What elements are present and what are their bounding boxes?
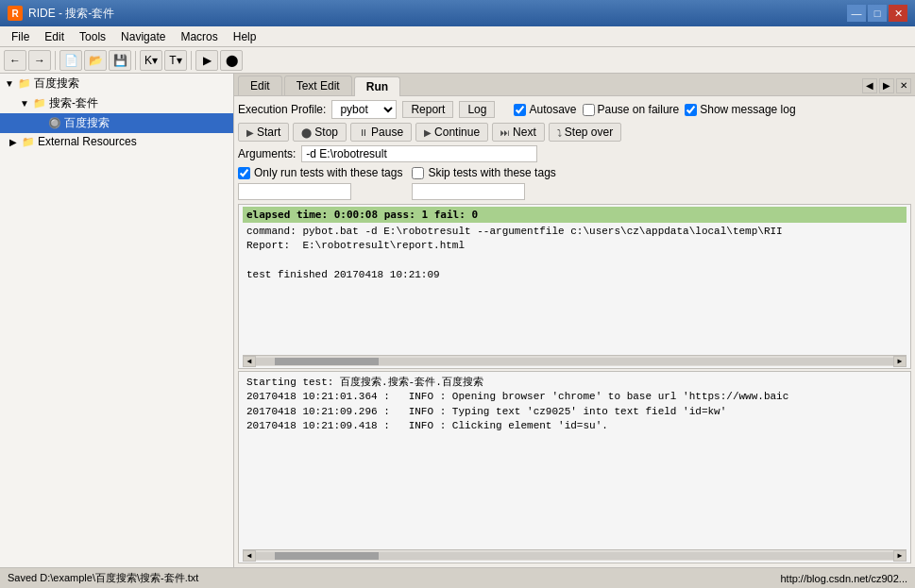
exec-profile-select[interactable]: pybot jybot custom	[331, 100, 397, 119]
show-log-checkbox-group: Show message log	[685, 103, 795, 116]
pause-label: Pause on failure	[598, 103, 680, 116]
tree-expand-root[interactable]: ▼	[4, 78, 15, 89]
tree-label-suite: 搜索-套件	[49, 95, 98, 111]
tree-item-root[interactable]: ▼ 📁 百度搜索	[0, 74, 233, 93]
scroll-track-top	[256, 358, 893, 365]
tree-label-root: 百度搜索	[34, 76, 79, 92]
toolbar-forward[interactable]: →	[28, 50, 51, 71]
only-run-checkbox[interactable]	[238, 167, 250, 179]
menu-edit[interactable]: Edit	[37, 28, 72, 45]
only-run-tag-group: Only run tests with these tags	[238, 166, 402, 200]
menu-navigate[interactable]: Navigate	[113, 28, 173, 45]
only-run-input[interactable]	[238, 183, 351, 200]
skip-checkbox[interactable]	[412, 167, 424, 179]
menu-file[interactable]: File	[4, 28, 37, 45]
title-bar: R RIDE - 搜索-套件 — □ ✕	[0, 0, 915, 26]
run-panel: Execution Profile: pybot jybot custom Re…	[234, 96, 915, 567]
window-controls: — □ ✕	[847, 5, 907, 22]
start-label: Start	[257, 126, 280, 139]
tab-run[interactable]: Run	[354, 76, 400, 96]
only-run-label: Only run tests with these tags	[254, 166, 402, 179]
stop-label: Stop	[314, 126, 338, 139]
show-log-checkbox[interactable]	[685, 104, 697, 116]
skip-input[interactable]	[412, 183, 525, 200]
folder-icon-suite: 📁	[33, 97, 46, 109]
stop-button[interactable]: ⬤ Stop	[293, 123, 347, 142]
toolbar-k[interactable]: K▾	[140, 50, 162, 71]
autosave-label: Autosave	[529, 103, 576, 116]
report-button[interactable]: Report	[402, 101, 453, 118]
title-bar-text: RIDE - 搜索-套件	[28, 6, 114, 22]
bottom-line-3: 20170418 10:21:09.296 : INFO : Typing te…	[246, 405, 903, 419]
main-area: ▼ 📁 百度搜索 ▼ 📁 搜索-套件 🔘 百度搜索 ▶ 📁 External R…	[0, 74, 915, 567]
tree-expand-external[interactable]: ▶	[8, 137, 19, 147]
toolbar-play[interactable]: ▶	[195, 50, 218, 71]
left-panel: ▼ 📁 百度搜索 ▼ 📁 搜索-套件 🔘 百度搜索 ▶ 📁 External R…	[0, 74, 234, 567]
toolbar-save[interactable]: 💾	[109, 50, 131, 71]
step-over-label: Step over	[565, 126, 613, 139]
title-bar-left: R RIDE - 搜索-套件	[8, 6, 114, 22]
tab-text-edit[interactable]: Text Edit	[284, 76, 352, 95]
bottom-line-1: Starting test: 百度搜索.搜索-套件.百度搜索	[246, 376, 903, 390]
tab-next-button[interactable]: ▶	[879, 78, 894, 93]
menu-tools[interactable]: Tools	[72, 28, 113, 45]
scroll-left-arrow-bot[interactable]: ◀	[243, 550, 256, 562]
tree-item-suite[interactable]: ▼ 📁 搜索-套件	[0, 93, 233, 113]
tree-expand-suite[interactable]: ▼	[19, 98, 30, 109]
toolbar-open[interactable]: 📂	[84, 50, 107, 71]
output-line-1: command: pybot.bat -d E:\robotresult --a…	[246, 225, 903, 239]
scroll-thumb-top	[275, 358, 379, 365]
output-top-scrollbar[interactable]: ◀ ▶	[243, 355, 907, 366]
autosave-checkbox[interactable]	[514, 104, 526, 116]
bottom-line-4: 20170418 10:21:09.418 : INFO : Clicking …	[246, 419, 903, 433]
autosave-checkbox-group: Autosave	[514, 103, 576, 116]
menu-help[interactable]: Help	[226, 28, 264, 45]
right-panel: Edit Text Edit Run ◀ ▶ ✕ Execution Profi…	[234, 74, 915, 567]
tree-label-test: 百度搜索	[64, 115, 110, 131]
output-bottom-scrollbar[interactable]: ◀ ▶	[243, 549, 907, 561]
pause-icon: ⏸	[359, 127, 368, 138]
scroll-track-bot	[256, 552, 893, 560]
minimize-button[interactable]: —	[847, 5, 866, 22]
tree-item-external[interactable]: ▶ 📁 External Resources	[0, 133, 233, 150]
folder-icon-root: 📁	[18, 77, 31, 90]
toolbar-separator-1	[55, 51, 56, 70]
scroll-right-arrow-bot[interactable]: ▶	[893, 550, 907, 562]
step-over-button[interactable]: ⤵ Step over	[549, 123, 621, 142]
arguments-input[interactable]	[301, 145, 537, 162]
scroll-thumb-bot	[275, 552, 379, 560]
tree-item-test[interactable]: 🔘 百度搜索	[0, 113, 233, 133]
output-top: elapsed time: 0:00:08 pass: 1 fail: 0 co…	[238, 204, 911, 369]
tab-bar: Edit Text Edit Run ◀ ▶ ✕	[234, 74, 915, 96]
next-label: Next	[513, 126, 536, 139]
skip-tag-label: Skip tests with these tags	[412, 166, 555, 179]
toolbar-new[interactable]: 📄	[59, 50, 82, 71]
start-button[interactable]: ▶ Start	[238, 123, 289, 142]
tab-close-button[interactable]: ✕	[896, 78, 911, 93]
scroll-right-arrow[interactable]: ▶	[893, 356, 907, 367]
status-bar: Saved D:\example\百度搜索\搜索-套件.txt http://b…	[0, 567, 915, 588]
pause-button[interactable]: ⏸ Pause	[350, 123, 412, 142]
toolbar-stop[interactable]: ⬤	[220, 50, 243, 71]
tab-edit[interactable]: Edit	[238, 76, 282, 95]
scroll-left-arrow[interactable]: ◀	[243, 356, 256, 367]
start-icon: ▶	[246, 127, 254, 138]
log-button[interactable]: Log	[459, 101, 495, 118]
arguments-row: Arguments:	[238, 145, 911, 162]
tab-prev-button[interactable]: ◀	[862, 78, 877, 93]
tree-container: ▼ 📁 百度搜索 ▼ 📁 搜索-套件 🔘 百度搜索 ▶ 📁 External R…	[0, 74, 233, 150]
close-button[interactable]: ✕	[889, 5, 907, 22]
only-run-tag-label: Only run tests with these tags	[238, 166, 402, 179]
next-button[interactable]: ⏭ Next	[492, 123, 545, 142]
pause-checkbox[interactable]	[583, 104, 595, 116]
maximize-button[interactable]: □	[868, 5, 887, 22]
step-over-icon: ⤵	[557, 127, 562, 138]
menu-bar: File Edit Tools Navigate Macros Help	[0, 26, 915, 47]
tab-bar-left: Edit Text Edit Run	[238, 76, 400, 95]
pause-label: Pause	[371, 126, 403, 139]
continue-button[interactable]: ▶ Continue	[415, 123, 488, 142]
toolbar-back[interactable]: ←	[4, 50, 26, 71]
menu-macros[interactable]: Macros	[173, 28, 225, 45]
tags-section: Only run tests with these tags Skip test…	[238, 166, 911, 200]
toolbar-t[interactable]: T▾	[164, 50, 187, 71]
